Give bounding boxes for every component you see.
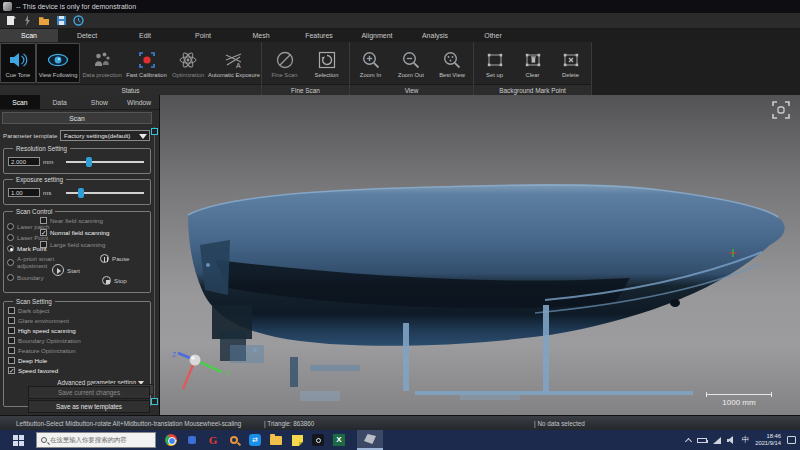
near-field-checkbox[interactable]: Near field scanning	[40, 217, 103, 224]
resolution-setting-group: Resolution Setting 2.000 mm	[3, 148, 151, 174]
search-icon	[41, 437, 47, 443]
pause-button[interactable]: Pause	[100, 254, 130, 263]
menu-tab-scan[interactable]: Scan	[0, 29, 58, 42]
menu-tab-detect[interactable]: Detect	[58, 29, 116, 42]
zoom-in-button[interactable]: Zoom In	[351, 43, 391, 83]
sidebar-tab-window[interactable]: Window	[119, 95, 159, 109]
selection-button[interactable]: Selection	[306, 43, 348, 83]
file-explorer-icon[interactable]	[269, 432, 283, 448]
sidebar-tab-scan[interactable]: Scan	[0, 95, 40, 109]
zoom-out-button[interactable]: Zoom Out	[391, 43, 432, 83]
clear-button[interactable]: Clear	[514, 43, 552, 83]
deep-hole-checkbox[interactable]: Deep Hole	[8, 357, 47, 364]
exposure-slider[interactable]	[66, 191, 144, 195]
stop-button[interactable]: Stop	[102, 276, 127, 285]
save-icon[interactable]	[55, 15, 67, 27]
view-following-button[interactable]: View Following	[36, 43, 81, 83]
app-blue-icon[interactable]	[185, 432, 199, 448]
resolution-input[interactable]: 2.000	[8, 157, 40, 166]
zoom-out-icon	[401, 49, 421, 71]
start-button[interactable]: Start	[52, 264, 80, 276]
boundary-optimization-checkbox[interactable]: Boundary Optimization	[8, 337, 81, 344]
volume-icon[interactable]	[727, 436, 736, 444]
sidebar-tab-data[interactable]: Data	[40, 95, 80, 109]
hidden-icons-chevron[interactable]	[685, 437, 692, 444]
delete-button[interactable]: Delete	[552, 43, 590, 83]
best-view-button[interactable]: Best View	[432, 43, 473, 83]
laser-patch-radio[interactable]: Laser patch	[7, 223, 49, 230]
sidebar-tab-bar: Scan Data Show Window	[0, 95, 159, 110]
resolution-slider[interactable]	[66, 160, 144, 164]
search-tool-icon[interactable]	[227, 432, 241, 448]
data-protection-button[interactable]: Data protection	[80, 43, 123, 83]
tray-time: 18:46	[766, 433, 781, 439]
automatic-exposure-button[interactable]: A Automatic Exposure	[207, 43, 261, 83]
cue-tone-button[interactable]: Cue Tone	[0, 43, 36, 83]
start-button[interactable]	[0, 430, 36, 450]
ribbon-group-view: Zoom In Zoom Out Best View View	[350, 42, 474, 95]
lightning-icon[interactable]	[21, 15, 33, 27]
feature-optimization-checkbox[interactable]: Feature Optimization	[8, 347, 75, 354]
scroll-up-handle[interactable]	[151, 128, 158, 135]
ribbon-group-label: Status	[0, 84, 261, 95]
ribbon-empty-area	[592, 42, 800, 95]
ime-indicator[interactable]: 中	[742, 435, 750, 445]
action-center-icon[interactable]	[787, 436, 796, 444]
menu-tab-analysis[interactable]: Analysis	[406, 29, 464, 42]
optimization-button[interactable]: Optimization	[169, 43, 207, 83]
parameter-template-label: Parameter template	[3, 132, 60, 139]
menu-tab-edit[interactable]: Edit	[116, 29, 174, 42]
menu-tab-other[interactable]: Other	[464, 29, 522, 42]
g-app-icon[interactable]: G	[206, 432, 220, 448]
save-current-changes-button[interactable]: Save current changes	[28, 386, 150, 399]
pause-icon	[100, 254, 109, 263]
taskbar-search-input[interactable]: 在这里输入你要搜索的内容	[36, 432, 156, 448]
3d-viewport[interactable]: Z Y 1000 mm	[160, 95, 800, 415]
scroll-down-handle[interactable]	[151, 398, 158, 405]
setup-button[interactable]: Set up	[476, 43, 514, 83]
teamviewer-icon[interactable]: ⇄	[248, 432, 262, 448]
laser-point-radio[interactable]: Laser Point	[7, 234, 48, 241]
boat-scan-model	[160, 95, 800, 415]
mark-point-radio[interactable]: Mark Point	[7, 245, 47, 252]
slider-thumb[interactable]	[86, 157, 92, 167]
open-folder-icon[interactable]	[38, 15, 50, 27]
play-icon	[52, 264, 64, 276]
fullscreen-icon[interactable]	[772, 101, 790, 119]
excel-icon[interactable]: X	[332, 432, 346, 448]
boundary-radio[interactable]: Boundary	[7, 274, 44, 281]
dark-object-checkbox[interactable]: Dark object	[8, 307, 49, 314]
zoom-in-icon	[361, 49, 381, 71]
exposure-input[interactable]: 1.00	[8, 188, 40, 197]
chrome-icon[interactable]	[164, 432, 178, 448]
menu-tab-point[interactable]: Point	[174, 29, 232, 42]
clock[interactable]: 18:46 2021/9/14	[755, 433, 781, 447]
sidebar-tab-show[interactable]: Show	[80, 95, 120, 109]
scale-bar: 1000 mm	[706, 392, 772, 407]
fine-scan-button[interactable]: Fine Scan	[264, 43, 306, 83]
menu-tab-mesh[interactable]: Mesh	[232, 29, 290, 42]
scanner-app-taskbar-item[interactable]	[357, 430, 383, 450]
media-app-icon[interactable]	[311, 432, 325, 448]
fast-calibration-button[interactable]: Fast Calibration	[124, 43, 169, 83]
status-bar: Leftbutton-Select Midbutton-rotate Alt+M…	[0, 415, 800, 430]
menu-tab-alignment[interactable]: Alignment	[348, 29, 406, 42]
save-as-new-templates-button[interactable]: Save as new templates	[28, 400, 150, 413]
menu-tab-features[interactable]: Features	[290, 29, 348, 42]
atom-icon	[178, 49, 198, 71]
windows-logo-icon	[13, 435, 24, 446]
high-speed-checkbox[interactable]: High speed scanning	[8, 327, 76, 334]
network-icon[interactable]	[713, 437, 721, 444]
parameter-template-dropdown[interactable]: Factory settings(default)	[60, 130, 150, 141]
battery-icon[interactable]	[697, 438, 707, 443]
glare-environment-checkbox[interactable]: Glare environment	[8, 317, 69, 324]
svg-text:A: A	[236, 62, 241, 69]
sticky-notes-icon[interactable]	[290, 432, 304, 448]
sidebar-scrollbar[interactable]	[154, 127, 155, 405]
speed-favored-checkbox[interactable]: ✓Speed favored	[8, 367, 58, 374]
new-file-icon[interactable]	[4, 15, 16, 27]
normal-field-checkbox[interactable]: ✓Normal field scanning	[40, 229, 110, 236]
history-icon[interactable]	[72, 15, 84, 27]
large-field-checkbox[interactable]: Large field scanning	[40, 241, 105, 248]
slider-thumb[interactable]	[78, 188, 84, 198]
